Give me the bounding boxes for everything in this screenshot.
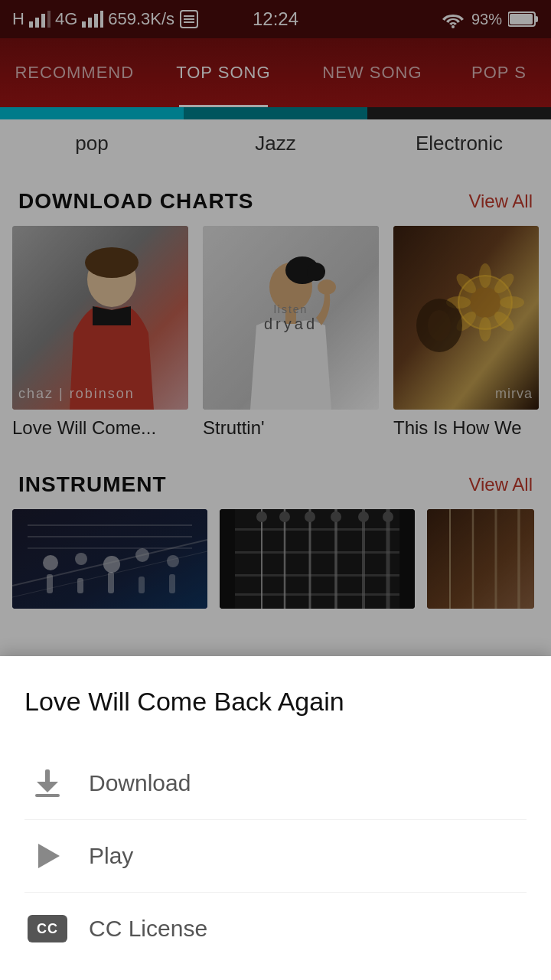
overlay [0,0,551,666]
play-label: Play [89,843,133,869]
cc-license-option[interactable]: CC CC License [24,893,527,965]
bottom-sheet: Love Will Come Back Again Download Play … [0,656,551,980]
download-option[interactable]: Download [24,747,527,820]
cc-icon: CC [24,910,70,948]
bottom-sheet-title: Love Will Come Back Again [24,687,527,717]
svg-marker-79 [37,782,58,792]
svg-rect-77 [35,794,60,797]
svg-marker-80 [38,844,60,868]
play-svg-icon [31,839,64,873]
play-icon [24,837,70,875]
cc-badge: CC [28,915,67,942]
download-svg-icon [31,766,64,800]
download-icon [24,764,70,802]
download-label: Download [89,770,191,796]
cc-license-label: CC License [89,916,207,942]
play-option[interactable]: Play [24,820,527,893]
